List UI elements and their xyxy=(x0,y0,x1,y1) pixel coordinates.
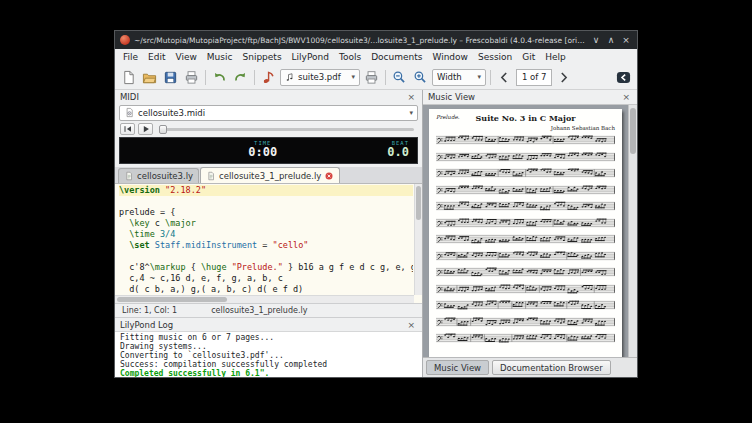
lilypond-log: Fitting music on 6 or 7 pages...Drawing … xyxy=(115,331,422,377)
code-token xyxy=(119,240,129,250)
music-view-close-icon[interactable]: × xyxy=(620,91,632,103)
editor-vertical-scrollbar[interactable] xyxy=(414,184,422,295)
code-line-4[interactable]: \key c \major xyxy=(119,218,413,229)
midi-panel-close-icon[interactable]: × xyxy=(405,91,417,103)
print-music-icon[interactable] xyxy=(362,68,381,87)
code-token: \huge xyxy=(201,262,227,272)
log-panel-close-icon[interactable]: × xyxy=(405,319,417,331)
sheet-page-head: Prelude. Suite No. 3 in C Major Johann S… xyxy=(436,113,615,135)
previous-page-icon[interactable] xyxy=(495,68,514,87)
menu-view[interactable]: View xyxy=(171,51,202,63)
code-line-9[interactable]: c,4 ~ c,16 d, e, f, g, a, b, c xyxy=(119,273,413,284)
midi-panel-header: MIDI × xyxy=(115,90,422,104)
code-token: \markup xyxy=(150,262,186,272)
staff-system-13 xyxy=(436,333,615,343)
editor-vscroll-thumb[interactable] xyxy=(416,186,421,220)
staff-system-4 xyxy=(436,185,615,195)
main-area: MIDI × cellosuite3.midi ▾ xyxy=(115,90,637,377)
code-token: "2.18.2" xyxy=(165,185,206,195)
code-token: = xyxy=(257,240,272,250)
menu-file[interactable]: File xyxy=(118,51,143,63)
code-line-5[interactable]: \time 3/4 xyxy=(119,229,413,240)
print-source-icon[interactable] xyxy=(182,68,201,87)
music-view-scroll-thumb[interactable] xyxy=(630,108,636,154)
code-token: \key xyxy=(129,218,149,228)
code-line-8[interactable]: c'8^\markup { \huge "Prelude." } b16 a g… xyxy=(119,262,413,273)
zoom-out-icon[interactable] xyxy=(390,68,409,87)
close-window-icon[interactable]: × xyxy=(620,33,632,47)
save-document-icon[interactable] xyxy=(161,68,180,87)
code-line-1[interactable]: \version "2.18.2" xyxy=(119,185,413,196)
sheet-title: Suite No. 3 in C Major xyxy=(436,113,615,123)
editor-horizontal-scrollbar[interactable] xyxy=(115,295,414,303)
sheet-music-page: Prelude. Suite No. 3 in C Major Johann S… xyxy=(429,109,622,357)
editor-tab-2[interactable]: cellosuite3_1_prelude.ly xyxy=(200,167,340,183)
midi-play-button[interactable] xyxy=(138,123,153,135)
staff-system-3 xyxy=(436,168,615,178)
minimize-icon[interactable]: ∨ xyxy=(590,33,602,47)
redo-icon[interactable] xyxy=(231,68,250,87)
code-line-3[interactable]: prelude = { xyxy=(119,207,413,218)
maximize-icon[interactable]: ∧ xyxy=(605,33,617,47)
music-view-area[interactable]: Prelude. Suite No. 3 in C Major Johann S… xyxy=(423,104,637,357)
music-view-scrollbar[interactable] xyxy=(628,105,637,357)
code-line-10[interactable]: d( c b, a,) g,( a, b, c) d( e f d) xyxy=(119,284,413,295)
new-document-icon[interactable] xyxy=(119,68,138,87)
titlebar[interactable]: ~/src/Mutopia/MutopiaProject/ftp/BachJS/… xyxy=(115,31,637,49)
menu-music[interactable]: Music xyxy=(202,51,238,63)
tool-tab-documentation-browser[interactable]: Documentation Browser xyxy=(492,360,611,375)
log-line: Drawing systems... xyxy=(120,342,417,351)
code-line-2[interactable] xyxy=(119,196,413,207)
staff-system-9 xyxy=(436,267,615,277)
statusbar: Line: 1, Col: 1 cellosuite3_1_prelude.ly xyxy=(115,303,422,317)
code-token: d( c b, a,) g,( a, b, c) d( e f d) xyxy=(119,284,303,294)
frescobaldi-app-icon xyxy=(120,35,130,45)
staff-system-1 xyxy=(436,135,615,145)
code-token: } b16 a g f e d c g, e, g, xyxy=(283,262,413,272)
menu-session[interactable]: Session xyxy=(473,51,517,63)
movement-label: Prelude. xyxy=(436,114,459,120)
code-editor[interactable]: \version "2.18.2" prelude = { \key c \ma… xyxy=(115,184,422,303)
view-width-combo[interactable]: Width▾ xyxy=(432,69,486,86)
menu-help[interactable]: Help xyxy=(540,51,571,63)
undo-icon[interactable] xyxy=(210,68,229,87)
code-line-7[interactable] xyxy=(119,251,413,262)
zoom-in-icon[interactable] xyxy=(411,68,430,87)
next-page-icon[interactable] xyxy=(554,68,573,87)
code-token: c'8^ xyxy=(119,262,150,272)
toolbar: suite3.pdf▾Width▾1 of 7 xyxy=(115,65,637,90)
editor-hscroll-thumb[interactable] xyxy=(117,297,227,302)
left-pane: MIDI × cellosuite3.midi ▾ xyxy=(115,90,423,377)
menu-edit[interactable]: Edit xyxy=(143,51,170,63)
frescobaldi-window: ~/src/Mutopia/MutopiaProject/ftp/BachJS/… xyxy=(114,30,638,378)
music-view-title: Music View xyxy=(428,92,620,102)
midi-position-slider[interactable] xyxy=(159,128,414,131)
code-token: \major xyxy=(165,218,196,228)
staff-systems xyxy=(436,135,615,343)
midi-slider-thumb[interactable] xyxy=(159,125,167,134)
music-document-combo[interactable]: suite3.pdf▾ xyxy=(280,69,360,86)
tool-tab-music-view[interactable]: Music View xyxy=(426,360,489,375)
lcd-beat-value: 0.0 xyxy=(387,146,409,160)
close-tab-icon[interactable] xyxy=(324,171,334,181)
music-view-header: Music View × xyxy=(423,90,637,104)
music-view-pane: Music View × Prelude. Suite No. 3 in C M… xyxy=(423,90,637,377)
menu-snippets[interactable]: Snippets xyxy=(237,51,286,63)
midi-restart-button[interactable] xyxy=(120,123,135,135)
menu-window[interactable]: Window xyxy=(427,51,473,63)
collapse-toolbar-icon[interactable] xyxy=(614,68,633,87)
log-line: Completed successfully in 6.1". xyxy=(120,369,417,377)
midi-file-combo[interactable]: cellosuite3.midi ▾ xyxy=(119,105,418,121)
code-token: 3/4 xyxy=(160,229,175,239)
menu-git[interactable]: Git xyxy=(517,51,540,63)
menu-lilypond[interactable]: LilyPond xyxy=(287,51,334,63)
editor-tab-1[interactable]: cellosuite3.ly xyxy=(118,168,199,183)
code-line-6[interactable]: \set Staff.midiInstrument = "cello" xyxy=(119,240,413,251)
code-token: c,4 ~ c,16 d, e, f, g, a, b, c xyxy=(119,273,283,283)
open-document-icon[interactable] xyxy=(140,68,159,87)
menu-documents[interactable]: Documents xyxy=(366,51,427,63)
engrave-lilypond-icon[interactable] xyxy=(259,68,278,87)
code-token: "Prelude." xyxy=(232,262,283,272)
menu-tools[interactable]: Tools xyxy=(334,51,366,63)
staff-system-2 xyxy=(436,152,615,162)
